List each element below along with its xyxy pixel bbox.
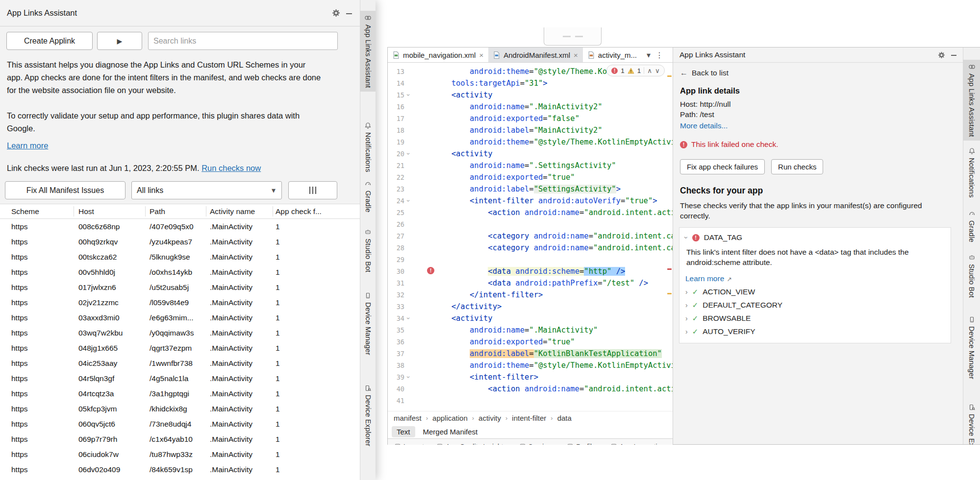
next-issue-icon[interactable]: ∨ bbox=[655, 67, 660, 74]
line-number[interactable]: 31 bbox=[388, 277, 413, 289]
code-line[interactable]: android:label="SettingsActivity"> bbox=[415, 183, 673, 195]
table-row[interactable]: https060qv5jct6/73ne8udqj4.MainActivity1 bbox=[0, 416, 360, 432]
line-number[interactable]: 16 bbox=[388, 101, 413, 113]
tool-stripe-app-links-assistant[interactable]: App Links Assistant bbox=[360, 11, 376, 92]
table-row[interactable]: https00hq9zrkqv/yzu4kpeas7.MainActivity1 bbox=[0, 234, 360, 249]
tab-text[interactable]: Text bbox=[392, 426, 415, 437]
code-line[interactable]: tools:targetApi="31"> bbox=[415, 77, 673, 89]
tool-stripe-device-manager[interactable]: Device Manager bbox=[963, 312, 980, 383]
code-line[interactable]: <data android:scheme="http" /> bbox=[415, 265, 673, 277]
create-applink-button[interactable]: Create Applink bbox=[6, 32, 93, 50]
code-line[interactable]: android:name=".MainActivity" bbox=[415, 324, 673, 336]
tab-mobile-navigation-xml[interactable]: mobile_navigation.xml × bbox=[388, 48, 488, 62]
line-number[interactable]: 14 bbox=[388, 77, 413, 89]
tool-stripe-device-manager[interactable]: Device Manager bbox=[360, 288, 376, 359]
run-button[interactable]: ▶ bbox=[97, 32, 142, 50]
tool-stripe-notifications[interactable]: Notifications bbox=[963, 144, 980, 201]
breadcrumb-activity[interactable]: activity bbox=[478, 414, 501, 422]
line-number[interactable]: 23 bbox=[388, 183, 413, 195]
code-line[interactable]: <action android:name="android.intent.act… bbox=[415, 207, 673, 218]
fold-icon[interactable]: › bbox=[403, 376, 415, 378]
line-number[interactable]: 25 bbox=[388, 207, 413, 218]
line-number[interactable]: 39› bbox=[388, 371, 413, 383]
breadcrumb-manifest[interactable]: manifest bbox=[394, 414, 422, 422]
tool-stripe-app-links-assistant[interactable]: App Links Assistant bbox=[963, 60, 980, 141]
code-line[interactable]: <intent-filter> bbox=[415, 371, 673, 383]
code-line[interactable]: <intent-filter android:autoVerify="true"… bbox=[415, 195, 673, 207]
minimize-icon[interactable] bbox=[346, 13, 352, 14]
code-line[interactable]: <category android:name="android.intent.c… bbox=[415, 230, 673, 242]
line-number[interactable]: 15› bbox=[388, 89, 413, 101]
prev-issue-icon[interactable]: ∧ bbox=[647, 67, 652, 74]
tool-stripe-device-explorer[interactable]: Device Explorer bbox=[360, 381, 376, 450]
code-line[interactable] bbox=[415, 218, 673, 230]
table-row[interactable]: https05kfcp3jvm/khidckix8g.MainActivity1 bbox=[0, 401, 360, 416]
line-number[interactable]: 17 bbox=[388, 113, 413, 124]
check-row-data-tag[interactable]: › ! DATA_TAG bbox=[685, 233, 945, 242]
line-number[interactable]: 21 bbox=[388, 160, 413, 171]
line-number[interactable]: 32 bbox=[388, 289, 413, 301]
inspection-widget[interactable]: ! 1 1 ∧ ∨ bbox=[606, 65, 665, 76]
table-row[interactable]: https069p7r79rh/c1x64yab10.MainActivity1 bbox=[0, 432, 360, 447]
gear-icon[interactable] bbox=[938, 51, 945, 61]
learn-more-link[interactable]: Learn more bbox=[7, 141, 48, 150]
tab-merged-manifest[interactable]: Merged Manifest bbox=[418, 426, 483, 437]
code-line[interactable]: android:label="KotlinBlankTestApplicatio… bbox=[415, 348, 673, 360]
line-number[interactable]: 33 bbox=[388, 301, 413, 312]
error-stripe-mark[interactable] bbox=[667, 293, 672, 294]
line-number[interactable]: 30 bbox=[388, 265, 413, 277]
check-row-auto-verify[interactable]: › ✓ AUTO_VERIFY bbox=[685, 327, 945, 336]
fold-icon[interactable]: › bbox=[403, 94, 415, 96]
code-line[interactable]: android:theme="@style/Theme.KotlinEmptyA… bbox=[415, 136, 673, 148]
line-number[interactable]: 19 bbox=[388, 136, 413, 148]
tool-stripe-studio-bot[interactable]: Studio Bot bbox=[360, 225, 376, 276]
code-line[interactable]: android:label="MainActivity2" bbox=[415, 124, 673, 136]
line-number[interactable]: 41 bbox=[388, 395, 413, 407]
table-row[interactable]: https017jwlxzn6/u5t2usab5j.MainActivity1 bbox=[0, 280, 360, 295]
tab-overflow-chevron-icon[interactable]: ▾ bbox=[647, 50, 651, 60]
code-line[interactable]: <activity bbox=[415, 312, 673, 324]
code-line[interactable]: android:name=".MainActivity2" bbox=[415, 101, 673, 113]
fix-app-check-failures-button[interactable]: Fix app check failures bbox=[680, 159, 765, 174]
column-config-button[interactable] bbox=[288, 181, 337, 199]
bottom-toolbar-item[interactable]: Services bbox=[520, 441, 555, 445]
code-line[interactable]: android:name=".SettingsActivity" bbox=[415, 160, 673, 171]
tab-activity-main-xml[interactable]: activity_m... bbox=[583, 48, 642, 62]
table-row[interactable]: https06dv02o409/84k659v1sp.MainActivity1 bbox=[0, 462, 360, 477]
fix-all-manifest-issues-button[interactable]: Fix All Manifest Issues bbox=[5, 181, 126, 199]
line-number[interactable]: 18 bbox=[388, 124, 413, 136]
column-header-scheme[interactable]: Scheme bbox=[11, 207, 78, 216]
tool-stripe-gradle[interactable]: Gradle bbox=[360, 177, 376, 216]
code-line[interactable]: android:theme="@style/Theme.KotlinEmptyA… bbox=[415, 360, 673, 371]
chevron-expanded-icon[interactable]: › bbox=[682, 237, 690, 239]
more-details-link[interactable]: More details... bbox=[680, 121, 728, 130]
table-row[interactable]: https06ciudok7w/tu87hwp33z.MainActivity1 bbox=[0, 447, 360, 462]
tab-options-kebab-icon[interactable]: ⋮ bbox=[655, 50, 663, 60]
line-number[interactable]: 20› bbox=[388, 148, 413, 160]
table-row[interactable]: https00tskcza62/5lknugk9se.MainActivity1 bbox=[0, 249, 360, 264]
line-number[interactable]: 37 bbox=[388, 348, 413, 360]
code-line[interactable]: <data android:pathPrefix="/test" /> bbox=[415, 277, 673, 289]
code-line[interactable]: android:exported="true" bbox=[415, 336, 673, 348]
run-checks-now-link[interactable]: Run checks now bbox=[201, 164, 261, 172]
breadcrumb-intent-filter[interactable]: intent-filter bbox=[512, 414, 546, 422]
line-number[interactable]: 26 bbox=[388, 218, 413, 230]
bottom-toolbar-item[interactable]: Profiler bbox=[567, 441, 598, 445]
table-row[interactable]: https008c6z68np/407e09q5x0.MainActivity1 bbox=[0, 219, 360, 234]
bottom-toolbar-item[interactable]: App Inspection bbox=[611, 441, 665, 445]
code-line[interactable]: <action android:name="android.intent.act… bbox=[415, 383, 673, 395]
check-row-default-category[interactable]: › ✓ DEFAULT_CATEGORY bbox=[685, 301, 945, 310]
line-number[interactable]: 28 bbox=[388, 242, 413, 254]
close-icon[interactable]: × bbox=[479, 51, 483, 59]
line-number[interactable]: 38 bbox=[388, 360, 413, 371]
fold-icon[interactable]: › bbox=[403, 153, 415, 155]
column-header-host[interactable]: Host bbox=[78, 207, 150, 216]
column-header-activity[interactable]: Activity name bbox=[210, 207, 276, 216]
code-line[interactable]: android:exported="true" bbox=[415, 171, 673, 183]
code-line[interactable]: <activity bbox=[415, 148, 673, 160]
table-row[interactable]: https079g9luv7w/h7bd07ox3y.MainActivity1 bbox=[0, 477, 360, 480]
column-header-appcheck[interactable]: App check f... bbox=[276, 207, 360, 216]
line-number[interactable]: 24› bbox=[388, 195, 413, 207]
back-to-list-link[interactable]: ← Back to list bbox=[680, 69, 729, 77]
table-row[interactable]: https04r5lqn3gf/4g5nalc1la.MainActivity1 bbox=[0, 371, 360, 386]
